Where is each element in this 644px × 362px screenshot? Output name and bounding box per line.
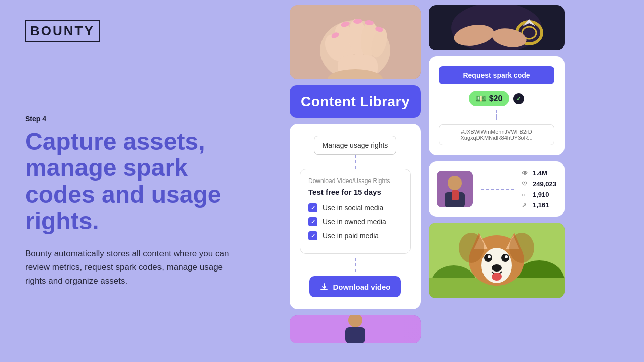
svg-point-41 [492, 273, 502, 281]
download-video-label: Download video [333, 283, 390, 291]
download-icon [319, 282, 329, 291]
middle-column: Content Library Manage usage rights Down… [290, 5, 421, 357]
heart-icon: ♡ [522, 180, 530, 188]
svg-point-38 [488, 255, 491, 258]
ring-image [429, 5, 565, 50]
right-panel: Content Library Manage usage rights Down… [282, 0, 644, 362]
checkbox-checked-icon [308, 203, 317, 212]
share-icon: ↗ [522, 202, 530, 209]
connector-line-2 [355, 258, 356, 272]
metrics-card: 👁 1.4M ♡ 249,023 ○ 1,910 ↗ 1,161 [429, 161, 565, 217]
spark-connector-line [496, 110, 497, 120]
connector-line-1 [355, 155, 356, 169]
dollar-badge: 💵 $20 [469, 90, 510, 106]
svg-rect-28 [452, 190, 459, 200]
description-text: Bounty automatically stores all content … [25, 247, 242, 288]
dog-image [429, 223, 565, 298]
svg-point-40 [492, 264, 502, 272]
person-image [290, 315, 421, 343]
content-library-label: Content Library [301, 94, 410, 109]
download-popup-title: Test free for 15 days [308, 188, 402, 196]
shares-metric: ↗ 1,161 [522, 201, 556, 209]
checkbox-checked-icon-3 [308, 231, 317, 240]
right-column: Request spark code 💵 $20 ✓ #JXBWlWmMennJ… [429, 5, 565, 357]
svg-point-26 [448, 176, 462, 190]
request-spark-code-button[interactable]: Request spark code [439, 66, 554, 84]
checkbox-owned-media[interactable]: Use in owned media [308, 217, 402, 226]
step-label: Step 4 [25, 115, 257, 123]
checkbox-checked-icon-2 [308, 217, 317, 226]
checkbox-social-media[interactable]: Use in social media [308, 203, 402, 212]
manage-usage-rights-button[interactable]: Manage usage rights [314, 136, 397, 155]
person-bottom-image [290, 315, 421, 343]
svg-point-47 [509, 233, 534, 263]
svg-point-39 [505, 255, 508, 258]
download-video-button[interactable]: Download video [309, 276, 400, 297]
download-popup-card: Download Video/Usage Rights Test free fo… [300, 169, 411, 254]
ring-image-card [429, 5, 565, 50]
check-badge-icon: ✓ [513, 93, 524, 104]
checkbox-label-2: Use in owned media [323, 218, 386, 226]
hand-image [290, 5, 421, 79]
checkbox-label-1: Use in social media [323, 204, 383, 212]
logo: BOUNTY [25, 20, 100, 42]
comments-metric: ○ 1,910 [522, 191, 556, 198]
spark-amount-row: 💵 $20 ✓ [469, 90, 525, 106]
left-panel: BOUNTY Step 4 Capture assets, manage spa… [0, 0, 282, 362]
download-popup-label: Download Video/Usage Rights [308, 177, 402, 185]
svg-point-46 [459, 233, 484, 263]
spark-code-box: #JXBWlWmMennJVWFB2rD XugxqDKMNidR84hUY3o… [439, 124, 554, 145]
dollar-icon: 💵 [476, 94, 486, 103]
person-thumb-image [437, 171, 473, 207]
views-metric: 👁 1.4M [522, 169, 556, 177]
dog-image-card [429, 223, 565, 298]
metrics-dashed-connector [481, 189, 514, 190]
hand-image-card [290, 5, 421, 79]
content-library-button[interactable]: Content Library [290, 85, 421, 118]
content-card: Manage usage rights Download Video/Usage… [290, 124, 421, 309]
eye-icon: 👁 [522, 170, 530, 177]
views-value: 1.4M [533, 169, 547, 177]
svg-rect-17 [345, 327, 365, 343]
likes-metric: ♡ 249,023 [522, 180, 556, 188]
main-heading: Capture assets, manage spark codes and u… [25, 129, 257, 235]
comment-icon: ○ [522, 191, 530, 198]
spark-amount: $20 [489, 94, 503, 103]
checkbox-label-3: Use in paid media [323, 232, 379, 240]
shares-value: 1,161 [533, 201, 549, 209]
logo-text: BOUNTY [30, 23, 95, 39]
metrics-values: 👁 1.4M ♡ 249,023 ○ 1,910 ↗ 1,161 [522, 169, 556, 209]
comments-value: 1,910 [533, 191, 549, 198]
checkbox-paid-media[interactable]: Use in paid media [308, 231, 402, 240]
spark-code-card: Request spark code 💵 $20 ✓ #JXBWlWmMennJ… [429, 56, 565, 155]
likes-value: 249,023 [533, 180, 556, 188]
person-thumbnail [437, 171, 473, 207]
